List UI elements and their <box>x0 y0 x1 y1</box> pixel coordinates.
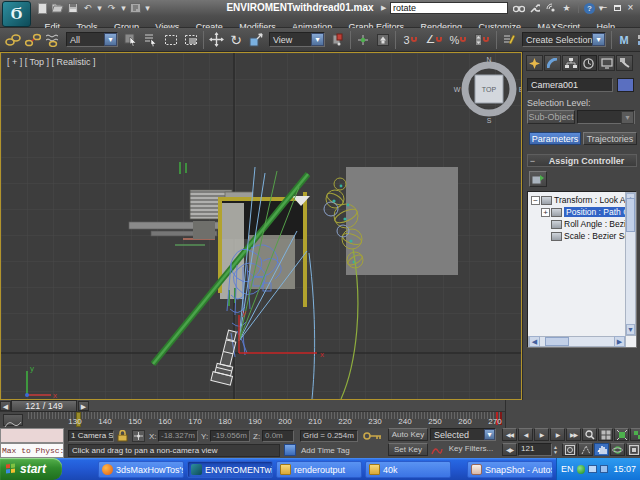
select-and-manipulate-icon[interactable] <box>353 30 373 50</box>
use-pivot-point-center-icon[interactable] <box>328 30 348 50</box>
taskbar-item-snapshot[interactable]: SnapShot - AutoSa... <box>467 461 553 478</box>
viewport-label[interactable]: [ + ] [ Top ] [ Realistic ] <box>7 57 96 67</box>
go-to-end-button[interactable]: ▶▶ <box>566 428 581 441</box>
tree-row-roll-angle[interactable]: Roll Angle : Bezie <box>551 218 636 230</box>
object-color-swatch[interactable] <box>617 78 634 92</box>
trajectories-button[interactable]: Trajectories <box>583 132 637 145</box>
selection-filter-dropdown[interactable]: All▾ <box>66 32 118 47</box>
selection-lock-icon[interactable] <box>117 430 128 444</box>
tree-row-position[interactable]: + Position : Path C <box>540 206 636 218</box>
tray-status-icon[interactable] <box>577 465 586 474</box>
bind-to-space-warp-icon[interactable] <box>43 30 63 50</box>
redo-dropdown-icon[interactable]: ▾ <box>120 2 127 14</box>
tree-row-scale[interactable]: Scale : Bezier Sca <box>551 230 636 242</box>
select-and-move-icon[interactable] <box>206 30 226 50</box>
frame-spinner[interactable]: ▲▼ <box>553 445 561 455</box>
named-selection-sets-dropdown[interactable]: Create Selection Se▾ <box>522 32 606 47</box>
undo-button[interactable]: ↶ <box>81 2 94 14</box>
x-coordinate-field[interactable]: -18.327m <box>158 430 198 442</box>
project-folder-icon[interactable] <box>129 2 142 14</box>
dropdown-arrow-icon[interactable]: ▾ <box>104 33 117 46</box>
time-tag-icon[interactable] <box>284 444 296 456</box>
taskbar-item-3dsmax[interactable]: ENVIROMENTwith... <box>187 461 273 478</box>
mirror-icon[interactable]: M <box>614 30 634 50</box>
reference-coordinate-system-dropdown[interactable]: View▾ <box>269 32 325 47</box>
select-object-icon[interactable] <box>121 30 141 50</box>
application-logo[interactable]: Ϭ <box>2 1 31 27</box>
unlink-selection-icon[interactable] <box>23 30 43 50</box>
floor-object[interactable] <box>249 235 295 289</box>
dropdown-arrow-icon[interactable]: ▾ <box>311 33 324 46</box>
zoom-extents-all-icon[interactable] <box>630 428 640 441</box>
search-binoculars-icon[interactable] <box>512 2 525 14</box>
rollout-collapse-icon[interactable]: − <box>528 156 537 166</box>
select-by-name-icon[interactable] <box>141 30 161 50</box>
taskbar-item-40k[interactable]: 40k <box>365 461 451 478</box>
percent-snap-toggle-icon[interactable]: % <box>446 30 470 50</box>
tray-display-icon[interactable] <box>600 465 609 473</box>
mini-curve-editor-icon[interactable] <box>3 414 23 426</box>
z-coordinate-field[interactable]: 0.0m <box>262 430 294 442</box>
macro-recorder-pane[interactable] <box>0 428 64 443</box>
set-key-button[interactable]: Set Key <box>388 443 428 456</box>
tree-vertical-scrollbar[interactable]: ▲ ▼ <box>625 192 636 336</box>
help-icon[interactable]: ? <box>584 3 595 14</box>
sub-object-level-dropdown[interactable]: ▾ <box>577 110 635 124</box>
select-and-rotate-icon[interactable]: ↻ <box>226 30 246 50</box>
select-and-scale-icon[interactable] <box>246 30 266 50</box>
key-filters-button[interactable]: Key Filters... <box>446 443 496 456</box>
dropdown-arrow-icon[interactable]: ▾ <box>484 429 495 440</box>
zoom-all-icon[interactable] <box>598 428 613 441</box>
zoom-icon[interactable] <box>582 428 597 441</box>
angle-snap-toggle-icon[interactable]: ∠ <box>422 30 446 50</box>
go-to-start-button[interactable]: ◀◀ <box>502 428 517 441</box>
search-flyout-icon[interactable]: ▶ <box>381 4 386 12</box>
time-configuration-icon[interactable] <box>562 443 577 456</box>
restore-button[interactable] <box>611 2 624 13</box>
scroll-thumb[interactable] <box>626 198 635 232</box>
minimize-button[interactable]: − <box>598 2 611 13</box>
tray-network-icon[interactable] <box>588 465 597 473</box>
expand-icon[interactable]: + <box>541 208 550 217</box>
key-mode-toggle-button[interactable]: ◀▶ <box>502 443 517 456</box>
tree-row-transform[interactable]: − Transform : Look At <box>530 194 636 206</box>
previous-frame-button[interactable]: ◀ <box>518 428 533 441</box>
scroll-left-icon[interactable]: ◀ <box>529 336 540 347</box>
orbit-icon[interactable] <box>610 443 625 456</box>
collapse-icon[interactable]: − <box>531 196 540 205</box>
undo-dropdown-icon[interactable]: ▾ <box>96 2 103 14</box>
scroll-down-icon[interactable]: ▼ <box>626 324 635 335</box>
clock[interactable]: 15:07 <box>613 464 636 474</box>
maximize-viewport-toggle-icon[interactable] <box>626 443 640 456</box>
frame-forward-button[interactable]: ▶ <box>78 401 89 411</box>
open-file-icon[interactable] <box>51 2 64 14</box>
tab-motion[interactable] <box>580 55 597 71</box>
tab-utilities[interactable] <box>616 55 633 71</box>
parameters-button[interactable]: Parameters <box>529 132 581 145</box>
track-bar[interactable]: 130 140 150 160 170 180 190 200 210 220 … <box>0 412 505 428</box>
field-of-view-icon[interactable] <box>578 443 593 456</box>
edit-named-selection-sets-icon[interactable] <box>499 30 519 50</box>
snap-toggle-3d-icon[interactable]: 3 <box>398 30 422 50</box>
wrench-icon[interactable] <box>528 2 541 14</box>
tab-modify[interactable] <box>544 55 561 71</box>
pan-view-button[interactable] <box>594 443 609 456</box>
add-time-tag[interactable]: Add Time Tag <box>301 446 350 455</box>
key-mode-dropdown[interactable]: Selected▾ <box>430 428 496 441</box>
absolute-mode-toggle-icon[interactable] <box>132 430 145 444</box>
current-frame-field[interactable]: 121 <box>518 443 552 456</box>
keyboard-shortcut-override-icon[interactable] <box>373 30 393 50</box>
dropdown-arrow-icon[interactable]: ▾ <box>592 33 605 46</box>
save-icon[interactable] <box>66 2 79 14</box>
assign-controller-rollout[interactable]: − Assign Controller <box>527 154 637 167</box>
controller-tree[interactable]: − Transform : Look At + Position : Path … <box>527 191 637 348</box>
communication-center-icon[interactable] <box>544 2 557 14</box>
close-button[interactable]: × <box>624 2 637 13</box>
tab-create[interactable] <box>526 55 543 71</box>
wall-column[interactable] <box>220 203 244 299</box>
next-frame-button[interactable]: ▶ <box>550 428 565 441</box>
language-indicator[interactable]: EN <box>561 464 574 474</box>
maxscript-mini-listener[interactable]: Max to Physc: <box>0 443 64 458</box>
taskbar-item-renderoutput[interactable]: renderoutput <box>276 461 362 478</box>
select-and-link-icon[interactable] <box>3 30 23 50</box>
